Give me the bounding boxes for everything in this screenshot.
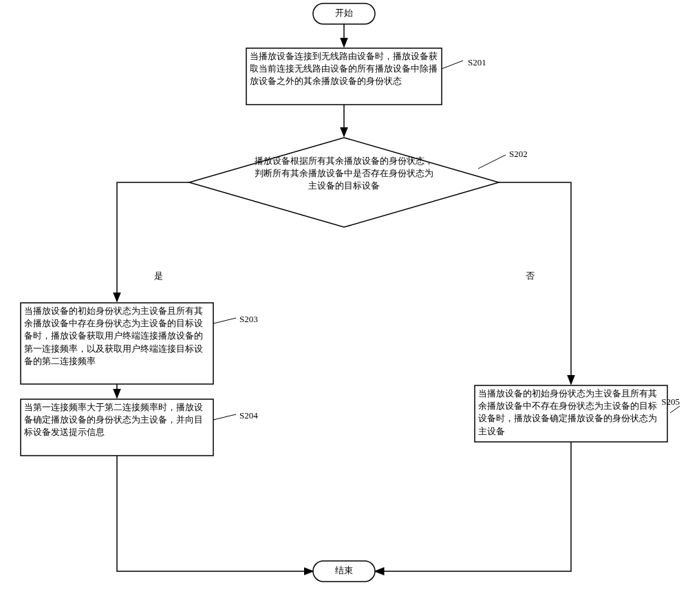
connector (442, 61, 463, 69)
step-s201: 当播放设备连接到无线路由设备时，播放设备获取当前连接无线路由设备的所有播放设备中… (246, 48, 486, 105)
branch-no-label: 否 (526, 270, 535, 281)
step-s204-label: S204 (239, 410, 258, 421)
terminal-start-label: 开始 (335, 8, 353, 18)
step-s205-label: S205 (661, 396, 680, 407)
branch-yes-label: 是 (154, 270, 163, 281)
terminal-start: 开始 (313, 3, 375, 24)
decision-s202-label: S202 (509, 149, 528, 159)
decision-s202-text: 播放设备根据所有其余播放设备的身份状态，判断所有其余播放设备中是否存在身份状态为… (251, 155, 437, 193)
decision-s202: 播放设备根据所有其余播放设备的身份状态，判断所有其余播放设备中是否存在身份状态为… (189, 138, 528, 227)
step-s203-label: S203 (239, 314, 258, 324)
step-s205: 当播放设备的初始身份状态为主设备且所有其余播放设备中不存在身份状态为主设备的目标… (475, 385, 680, 442)
step-s201-label: S201 (468, 57, 486, 67)
step-s201-text: 当播放设备连接到无线路由设备时，播放设备获取当前连接无线路由设备的所有播放设备中… (250, 50, 438, 88)
step-s203-text: 当播放设备的初始身份状态为主设备且所有其余播放设备中存在身份状态为主设备的目标设… (24, 305, 210, 368)
connector (213, 318, 236, 323)
step-s204-text: 当第一连接频率大于第二连接频率时，播放设备确定播放设备的身份状态为主设备，并向目… (24, 401, 210, 439)
connector (670, 406, 680, 413)
connector (375, 442, 571, 571)
terminal-end: 结束 (313, 561, 375, 582)
branch-no: 否 (499, 182, 571, 384)
flowchart-diagram: 开始 当播放设备连接到无线路由设备时，播放设备获取当前连接无线路由设备的所有播放… (0, 0, 688, 616)
terminal-end-label: 结束 (335, 565, 353, 575)
step-s204: 当第一连接频率大于第二连接频率时，播放设备确定播放设备的身份状态为主设备，并向目… (21, 399, 258, 456)
step-s203: 当播放设备的初始身份状态为主设备且所有其余播放设备中存在身份状态为主设备的目标设… (21, 303, 258, 384)
connector (213, 414, 236, 420)
connector (117, 456, 313, 571)
connector (478, 155, 506, 169)
branch-yes: 是 (117, 182, 189, 301)
step-s205-text: 当播放设备的初始身份状态为主设备且所有其余播放设备中不存在身份状态为主设备的目标… (478, 387, 664, 438)
